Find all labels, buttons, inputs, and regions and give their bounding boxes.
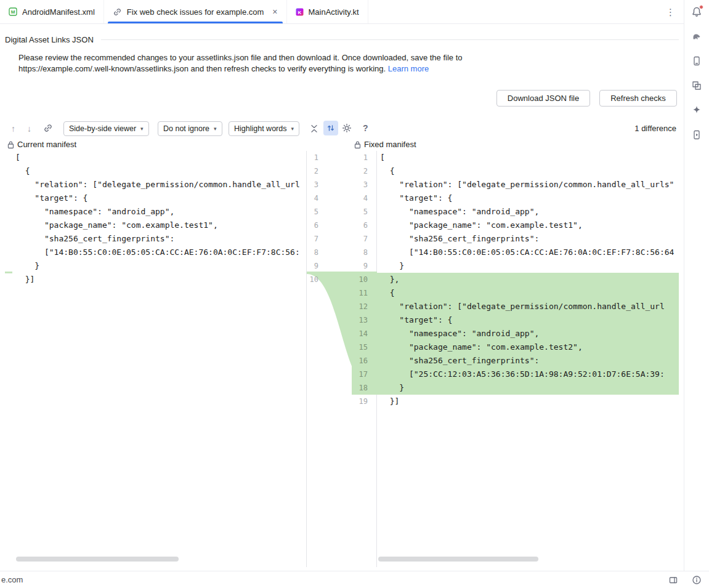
jump-to-source-icon[interactable] <box>43 123 53 135</box>
highlight-mode-value: Highlight words <box>234 124 286 133</box>
code-line[interactable]: "sha256_cert_fingerprints": <box>377 232 679 246</box>
line-number: 1 <box>352 151 376 164</box>
tab-fix-web-check-issues[interactable]: Fix web check issues for example.com × <box>104 0 287 23</box>
viewer-mode-select[interactable]: Side-by-side viewer ▾ <box>63 121 149 136</box>
line-number: 11 <box>352 286 376 300</box>
running-devices-icon[interactable] <box>691 129 702 140</box>
line-number: 8 <box>352 246 376 259</box>
right-pane-title: Fixed manifest <box>364 140 416 149</box>
code-line[interactable]: ["14:B0:55:C0:0E:05:05:CA:CC:AE:76:0A:0C… <box>0 246 306 259</box>
code-line[interactable]: { <box>377 164 679 178</box>
code-line[interactable]: }, <box>377 273 679 286</box>
code-line[interactable]: "relation": ["delegate_permission/common… <box>0 178 306 191</box>
line-number: 9 <box>352 259 376 273</box>
notification-badge <box>699 5 703 9</box>
svg-text:M: M <box>11 9 15 15</box>
line-number: 4 <box>307 191 323 205</box>
line-number: 2 <box>352 164 376 178</box>
gear-icon[interactable] <box>342 123 352 135</box>
editor-tab-bar: M AndroidManifest.xml Fix web check issu… <box>0 0 684 24</box>
help-icon[interactable]: ? <box>363 123 368 133</box>
page-title: Digital Asset Links JSON <box>5 35 94 44</box>
lock-icon <box>354 140 361 149</box>
line-number: 13 <box>352 313 376 327</box>
line-number: 3 <box>352 178 376 191</box>
diff-toolbar: ↑ ↓ Side-by-side viewer ▾ Do not ignore … <box>0 121 684 138</box>
code-line[interactable]: "namespace": "android_app", <box>377 205 679 219</box>
chevron-down-icon: ▾ <box>214 126 217 132</box>
info-icon[interactable] <box>692 575 702 585</box>
right-tool-strip <box>684 0 709 571</box>
tab-close-icon[interactable]: × <box>272 7 277 17</box>
code-line[interactable]: { <box>0 164 306 178</box>
description-line1: Please review the recommended changes to… <box>18 53 462 62</box>
app-window: M AndroidManifest.xml Fix web check issu… <box>0 0 709 588</box>
code-line[interactable]: ["25:CC:12:03:A5:36:36:5D:1A:98:A9:52:01… <box>377 368 679 381</box>
code-line[interactable]: "relation": ["delegate_permission/common… <box>377 300 679 313</box>
more-options-icon[interactable]: ⋮ <box>666 0 675 24</box>
right-code: [ { "relation": ["delegate_permission/co… <box>377 151 679 408</box>
status-bar: e.com <box>0 571 709 588</box>
learn-more-link[interactable]: Learn more <box>388 64 429 73</box>
line-number: 12 <box>352 300 376 313</box>
tab-androidmanifest[interactable]: M AndroidManifest.xml <box>0 0 104 23</box>
line-number: 17 <box>352 368 376 381</box>
code-line[interactable]: "sha256_cert_fingerprints": <box>377 354 679 368</box>
line-number: 5 <box>352 205 376 219</box>
section-heading: Digital Asset Links JSON <box>5 35 679 44</box>
ignore-policy-select[interactable]: Do not ignore ▾ <box>158 121 222 136</box>
code-line[interactable]: "namespace": "android_app", <box>0 205 306 219</box>
notifications-bell-icon[interactable] <box>691 6 702 17</box>
code-line[interactable]: "package_name": "com.example.test2", <box>377 340 679 354</box>
line-number: 19 <box>352 395 376 408</box>
line-number: 7 <box>352 232 376 246</box>
download-json-button[interactable]: Download JSON file <box>496 90 590 107</box>
code-line[interactable]: }] <box>377 395 679 408</box>
right-horizontal-scrollbar[interactable] <box>378 557 538 562</box>
code-line[interactable]: "package_name": "com.example.test1", <box>377 219 679 232</box>
viewer-mode-value: Side-by-side viewer <box>69 124 136 133</box>
line-number: 7 <box>307 232 323 246</box>
code-line[interactable]: [ <box>0 151 306 164</box>
code-line[interactable]: ["14:B0:55:C0:0E:05:05:CA:CC:AE:76:0A:0C… <box>377 246 679 259</box>
code-line[interactable]: { <box>377 286 679 300</box>
device-manager-icon[interactable] <box>691 55 702 66</box>
left-editor-pane: [ { "relation": ["delegate_permission/co… <box>0 151 306 567</box>
code-line[interactable]: } <box>0 259 306 273</box>
code-line[interactable]: }] <box>0 273 306 286</box>
highlight-mode-select[interactable]: Highlight words ▾ <box>229 121 299 136</box>
next-difference-icon[interactable]: ↓ <box>27 124 31 134</box>
right-editor-pane: [ { "relation": ["delegate_permission/co… <box>377 151 679 567</box>
synchronize-scrolling-toggle[interactable] <box>323 121 338 135</box>
right-pane-header: Fixed manifest <box>354 140 416 149</box>
gradle-icon[interactable] <box>691 31 702 42</box>
code-line[interactable]: [ <box>377 151 679 164</box>
code-line[interactable]: "relation": ["delegate_permission/common… <box>377 178 679 191</box>
tab-mainactivity[interactable]: K MainActivity.kt <box>287 0 368 23</box>
line-number: 9 <box>307 259 323 273</box>
insertion-marker <box>5 272 12 273</box>
gemini-icon[interactable] <box>691 105 702 116</box>
build-variants-icon[interactable] <box>691 80 702 91</box>
previous-difference-icon[interactable]: ↑ <box>11 124 15 134</box>
line-number: 3 <box>307 178 323 191</box>
kotlin-file-icon: K <box>296 8 304 16</box>
left-horizontal-scrollbar[interactable] <box>16 557 179 562</box>
collapse-unchanged-icon[interactable] <box>309 124 319 135</box>
panel-icon[interactable] <box>668 575 678 585</box>
code-line[interactable]: "sha256_cert_fingerprints": <box>0 232 306 246</box>
left-pane-title: Current manifest <box>17 140 76 149</box>
refresh-checks-button[interactable]: Refresh checks <box>599 90 677 107</box>
code-line[interactable]: "namespace": "android_app", <box>377 327 679 340</box>
line-number: 10 <box>307 273 323 286</box>
code-line[interactable]: "target": { <box>0 191 306 205</box>
code-line[interactable]: "target": { <box>377 191 679 205</box>
chevron-down-icon: ▾ <box>140 126 144 132</box>
code-line[interactable]: "package_name": "com.example.test1", <box>0 219 306 232</box>
code-line[interactable]: "target": { <box>377 313 679 327</box>
code-line[interactable]: } <box>377 381 679 395</box>
code-line[interactable]: } <box>377 259 679 273</box>
link-icon <box>113 7 122 17</box>
line-number: 14 <box>352 327 376 340</box>
ignore-policy-value: Do not ignore <box>163 124 209 133</box>
